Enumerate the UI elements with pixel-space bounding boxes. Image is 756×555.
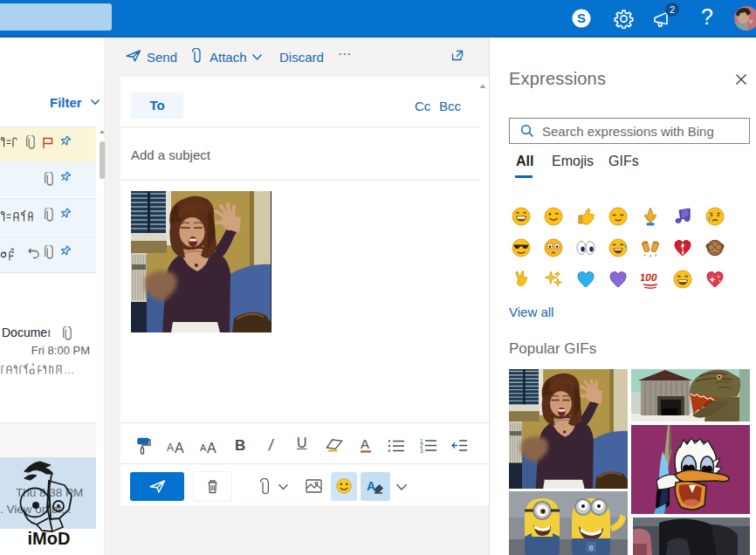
svg-text:A: A [200,442,207,453]
svg-text:S: S [577,10,586,25]
svg-text:A: A [167,442,174,454]
svg-text:iMoD: iMoD [28,529,71,546]
svg-text:A: A [175,441,184,454]
svg-text:A: A [361,436,369,451]
svg-text:100: 100 [641,271,658,284]
svg-text:A: A [367,479,375,493]
svg-text:3: 3 [420,448,423,454]
svg-text:A: A [207,441,216,454]
